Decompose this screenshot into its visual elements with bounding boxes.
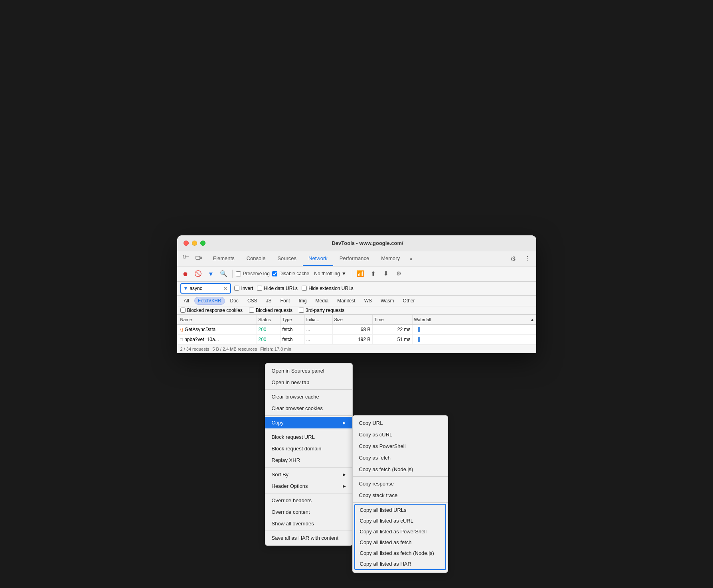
type-btn-fetchxhr[interactable]: Fetch/XHR <box>194 297 225 305</box>
submenu-copy-all-fetch[interactable]: Copy all listed as fetch <box>355 537 445 548</box>
ctx-clear-cookies[interactable]: Clear browser cookies <box>265 403 352 414</box>
submenu-copy-url[interactable]: Copy URL <box>353 417 448 429</box>
type-btn-all[interactable]: All <box>180 297 193 305</box>
minimize-button[interactable] <box>192 241 197 246</box>
close-button[interactable] <box>184 241 189 246</box>
type-btn-img[interactable]: Img <box>295 297 310 305</box>
third-party-option[interactable]: 3rd-party requests <box>299 308 344 313</box>
record-button[interactable]: ⏺ <box>180 268 191 279</box>
doc-icon: □ <box>180 337 183 342</box>
row-initiator-1: ... <box>305 325 333 334</box>
type-btn-wasm[interactable]: Wasm <box>377 297 398 305</box>
type-btn-css[interactable]: CSS <box>244 297 261 305</box>
submenu-copy-all-powershell[interactable]: Copy all listed as PowerShell <box>355 526 445 537</box>
row-status-1: 200 <box>257 325 281 334</box>
tab-console[interactable]: Console <box>241 251 271 266</box>
ctx-block-domain[interactable]: Block request domain <box>265 443 352 454</box>
row-time-2: 51 ms <box>373 335 413 344</box>
col-header-initiator[interactable]: Initia... <box>305 315 333 324</box>
blocked-requests-option[interactable]: Blocked requests <box>249 308 292 313</box>
tab-more[interactable]: » <box>406 254 415 263</box>
window-title: DevTools - www.google.com/ <box>205 240 530 246</box>
col-header-time[interactable]: Time <box>373 315 413 324</box>
type-filter-bar: All Fetch/XHR Doc CSS JS Font Img Media … <box>177 296 536 306</box>
clear-search-icon[interactable]: ✕ <box>223 285 228 292</box>
blocked-bar: Blocked response cookies Blocked request… <box>177 306 536 315</box>
ctx-replay-xhr[interactable]: Replay XHR <box>265 454 352 466</box>
filter-icon[interactable]: ▼ <box>206 268 216 279</box>
type-btn-js[interactable]: JS <box>263 297 275 305</box>
blocked-cookies-option[interactable]: Blocked response cookies <box>180 308 243 313</box>
row-size-2: 192 B <box>333 335 373 344</box>
submenu-copy-all-har[interactable]: Copy all listed as HAR <box>355 558 445 569</box>
table-row[interactable]: {} GetAsyncData 200 fetch ... 68 B 22 ms <box>177 325 536 335</box>
row-waterfall-2 <box>413 335 536 344</box>
type-btn-media[interactable]: Media <box>312 297 332 305</box>
ctx-open-sources[interactable]: Open in Sources panel <box>265 365 352 377</box>
clear-button[interactable]: 🚫 <box>193 268 203 279</box>
more-icon[interactable]: ⋮ <box>522 253 533 264</box>
device-icon[interactable] <box>193 253 204 264</box>
type-btn-ws[interactable]: WS <box>361 297 375 305</box>
col-header-name[interactable]: Name <box>177 315 257 324</box>
search-button[interactable]: 🔍 <box>219 268 229 279</box>
submenu-copy-stack[interactable]: Copy stack trace <box>353 489 448 501</box>
ctx-copy[interactable]: Copy ▶ Copy URL Copy as cURL Copy as Pow… <box>265 417 352 428</box>
search-box[interactable]: ▼ ✕ <box>180 283 231 294</box>
table-row[interactable]: □ hpba?vet=10a... 200 fetch ... 192 B 51… <box>177 335 536 345</box>
invert-option[interactable]: Invert <box>234 286 253 291</box>
tab-bar: Elements Console Sources Network Perform… <box>177 251 536 266</box>
type-btn-manifest[interactable]: Manifest <box>334 297 359 305</box>
ctx-divider-4 <box>265 467 352 468</box>
submenu-copy-fetch[interactable]: Copy as fetch <box>353 452 448 464</box>
type-btn-doc[interactable]: Doc <box>227 297 242 305</box>
ctx-divider-6 <box>265 531 352 531</box>
col-header-type[interactable]: Type <box>281 315 305 324</box>
submenu-copy-fetch-node[interactable]: Copy as fetch (Node.js) <box>353 464 448 475</box>
throttle-select[interactable]: No throttling ▼ <box>312 270 349 277</box>
ctx-clear-cache[interactable]: Clear browser cache <box>265 391 352 403</box>
type-btn-font[interactable]: Font <box>277 297 294 305</box>
maximize-button[interactable] <box>200 241 205 246</box>
waterfall-bar-2 <box>418 337 420 342</box>
submenu-copy-powershell[interactable]: Copy as PowerShell <box>353 440 448 452</box>
settings-icon[interactable]: ⚙ <box>508 253 519 264</box>
submenu-copy-all-fetch-node[interactable]: Copy all listed as fetch (Node.js) <box>355 548 445 558</box>
ctx-override-headers[interactable]: Override headers <box>265 495 352 506</box>
submenu-copy-all-curl[interactable]: Copy all listed as cURL <box>355 515 445 526</box>
tab-sources[interactable]: Sources <box>272 251 302 266</box>
col-header-status[interactable]: Status <box>257 315 281 324</box>
submenu-copy-curl[interactable]: Copy as cURL <box>353 429 448 440</box>
traffic-lights <box>184 241 205 246</box>
hide-extension-urls-option[interactable]: Hide extension URLs <box>302 286 354 291</box>
tab-memory[interactable]: Memory <box>375 251 405 266</box>
submenu-copy-response[interactable]: Copy response <box>353 478 448 489</box>
wifi-icon[interactable]: 📶 <box>356 268 366 279</box>
ctx-save-har[interactable]: Save all as HAR with content <box>265 532 352 544</box>
type-btn-other[interactable]: Other <box>399 297 419 305</box>
preserve-log-checkbox[interactable]: Preserve log <box>236 271 270 276</box>
svg-rect-0 <box>183 256 186 258</box>
tab-network[interactable]: Network <box>303 251 333 266</box>
hide-data-urls-option[interactable]: Hide data URLs <box>257 286 298 291</box>
ctx-show-overrides[interactable]: Show all overrides <box>265 518 352 529</box>
table-header: Name Status Type Initia... Size Time Wat… <box>177 315 536 325</box>
ctx-block-url[interactable]: Block request URL <box>265 431 352 443</box>
disable-cache-checkbox[interactable]: Disable cache <box>272 271 309 276</box>
ctx-open-new-tab[interactable]: Open in new tab <box>265 377 352 388</box>
network-settings-icon[interactable]: ⚙ <box>394 268 404 279</box>
ctx-header-options[interactable]: Header Options ▶ <box>265 480 352 492</box>
col-header-size[interactable]: Size <box>333 315 373 324</box>
submenu-copy-all-urls[interactable]: Copy all listed URLs <box>355 505 445 515</box>
col-header-waterfall[interactable]: Waterfall ▲ <box>413 315 536 324</box>
search-input[interactable] <box>190 286 221 291</box>
upload-icon[interactable]: ⬆ <box>368 268 379 279</box>
devtools-window: DevTools - www.google.com/ <box>177 235 536 353</box>
ctx-override-content[interactable]: Override content <box>265 506 352 518</box>
ctx-sort-by[interactable]: Sort By ▶ <box>265 469 352 480</box>
tab-elements[interactable]: Elements <box>207 251 240 266</box>
request-count: 2 / 34 requests <box>180 347 209 351</box>
tab-performance[interactable]: Performance <box>334 251 375 266</box>
inspect-icon[interactable] <box>180 253 192 264</box>
download-icon[interactable]: ⬇ <box>381 268 391 279</box>
